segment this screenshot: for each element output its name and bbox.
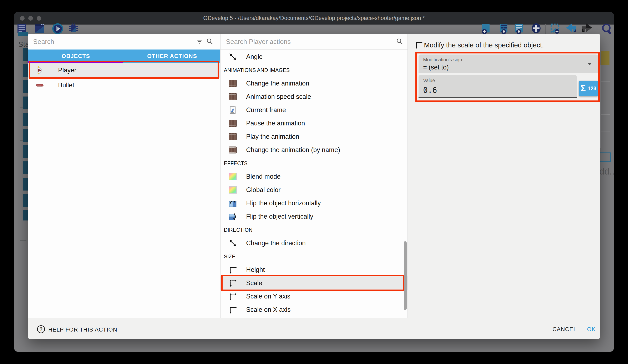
screen: GDevelop 5 - /Users/dkarakay/Documents/G…: [0, 0, 628, 364]
action-list-item[interactable]: Width: [221, 316, 407, 317]
scale-action-icon: [414, 41, 423, 49]
tab-other-actions[interactable]: OTHER ACTIONS: [124, 50, 221, 63]
action-list-item[interactable]: Flip the object vertically: [221, 210, 407, 223]
actions-search-row: [221, 34, 407, 50]
ok-button[interactable]: OK: [586, 326, 597, 333]
edit-action-dialog: OBJECTS OTHER ACTIONS Player Bullet Angl…: [28, 34, 600, 339]
color-icon: [228, 172, 237, 181]
film-icon: [228, 92, 237, 101]
add-subevent-icon[interactable]: [498, 23, 510, 35]
action-list-item[interactable]: Change the direction: [221, 237, 407, 250]
event-sheet-condition-blocks: [23, 48, 28, 221]
toolbar-separator: [49, 24, 49, 34]
action-list-item[interactable]: Pause the animation: [221, 117, 407, 130]
debug-icon[interactable]: [67, 23, 79, 35]
film-icon: [228, 132, 237, 141]
search-events-icon[interactable]: [601, 23, 614, 37]
value-input-field[interactable]: Value 0.6: [418, 75, 577, 98]
actions-scrollbar[interactable]: [404, 241, 407, 310]
size-icon: [228, 292, 237, 301]
flip-vertical-icon: [228, 212, 237, 221]
add-event-icon[interactable]: [480, 23, 492, 35]
action-section-header: EFFECTS: [221, 157, 407, 170]
add-action-partial-label: dd...: [599, 166, 614, 177]
objects-panel: OBJECTS OTHER ACTIONS Player Bullet: [28, 34, 220, 318]
player-actions-list: Angle ANIMATIONS AND IMAGES Change the a…: [221, 50, 407, 317]
size-icon: [228, 265, 237, 274]
delete-event-icon[interactable]: [549, 23, 561, 35]
expression-button-digits: 123: [588, 85, 596, 92]
action-list-item[interactable]: Scale on Y axis: [221, 290, 407, 303]
bullet-icon: [35, 80, 45, 90]
size-icon: [228, 305, 237, 314]
angle-icon: [228, 52, 237, 61]
chevron-down-icon: [587, 62, 592, 66]
film-icon: [228, 145, 237, 155]
frame-icon: [228, 106, 237, 115]
action-list-item[interactable]: Change the animation (by name): [221, 143, 407, 157]
object-tabs: OBJECTS OTHER ACTIONS: [28, 50, 220, 63]
action-section-header: DIRECTION: [221, 223, 407, 237]
value-field-value: 0.6: [423, 86, 437, 95]
redo-icon[interactable]: [581, 23, 593, 35]
film-icon: [228, 79, 237, 88]
help-icon[interactable]: ?: [37, 325, 45, 333]
active-tab-underline: [28, 61, 123, 63]
direction-icon: [228, 239, 237, 248]
filter-icon[interactable]: [196, 38, 203, 45]
action-list-item[interactable]: Height: [221, 263, 407, 276]
field-label: Value: [423, 78, 435, 83]
expression-editor-button[interactable]: Σ 123: [579, 81, 598, 96]
tab-objects[interactable]: OBJECTS: [28, 50, 124, 63]
action-list-item[interactable]: Scale on X axis: [221, 303, 407, 316]
event-sheet-cells: [600, 65, 610, 148]
action-section-header: ANIMATIONS AND IMAGES: [221, 63, 407, 77]
add-circle-icon[interactable]: [530, 23, 542, 35]
object-list-item[interactable]: Bullet: [28, 78, 220, 93]
action-list-item[interactable]: Blend mode: [221, 170, 407, 183]
cancel-button[interactable]: CANCEL: [551, 326, 578, 333]
action-list-item[interactable]: Angle: [221, 50, 407, 63]
actions-panel: Angle ANIMATIONS AND IMAGES Change the a…: [220, 34, 408, 318]
flip-horizontal-icon: [228, 199, 237, 208]
action-list-item[interactable]: Play the animation: [221, 130, 407, 143]
sigma-icon: Σ: [580, 84, 586, 93]
event-sheet-highlight-block: [601, 51, 610, 65]
add-comment-icon[interactable]: [513, 23, 526, 35]
object-list-item[interactable]: Player: [28, 63, 220, 78]
event-sheet-empty-field: [600, 152, 611, 162]
help-for-this-action-link[interactable]: HELP FOR THIS ACTION: [48, 327, 117, 333]
actions-search-input[interactable]: [221, 34, 385, 50]
objects-search-input[interactable]: [28, 34, 163, 50]
toolbar-separator: [545, 24, 546, 34]
search-icon[interactable]: [396, 38, 403, 45]
action-section-header: SIZE: [221, 250, 407, 263]
objects-search-row: [28, 34, 220, 50]
scene-tab-indicator: [18, 32, 28, 36]
search-icon[interactable]: [206, 38, 213, 45]
color-icon: [228, 185, 237, 194]
action-list-item[interactable]: Flip the object horizontally: [221, 196, 407, 210]
action-list-item[interactable]: Animation speed scale: [221, 90, 407, 103]
field-label: Modification's sign: [423, 57, 462, 62]
modification-sign-select[interactable]: Modification's sign = (set to): [418, 55, 598, 73]
undo-icon[interactable]: [565, 23, 577, 35]
scene-editor-tab-icon[interactable]: [33, 23, 46, 35]
objects-list: Player Bullet: [28, 63, 220, 93]
sign-field-value: = (set to): [423, 64, 449, 71]
size-icon: [228, 279, 237, 288]
toolbar-separator: [597, 24, 597, 34]
player-icon: [35, 65, 45, 75]
action-list-item[interactable]: Global color: [221, 183, 407, 196]
action-list-item[interactable]: Current frame: [221, 103, 407, 117]
action-list-item[interactable]: Scale: [221, 276, 407, 290]
action-description-title: Modify the scale of the specified object…: [424, 41, 544, 49]
film-icon: [228, 119, 237, 128]
action-list-item[interactable]: Change the animation: [221, 77, 407, 90]
